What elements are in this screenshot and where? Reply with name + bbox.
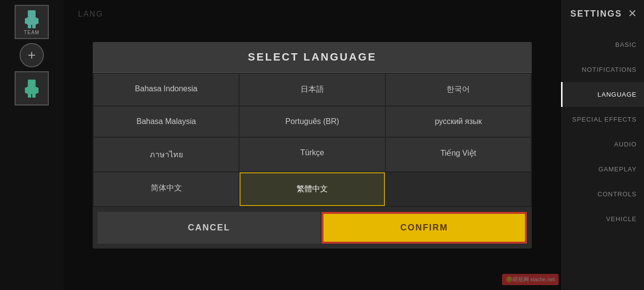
nav-item-special-effects[interactable]: SPECIAL EFFECTS	[561, 107, 644, 132]
svg-rect-3	[35, 18, 39, 24]
svg-rect-0	[28, 10, 36, 17]
confirm-button[interactable]: CONFIRM	[323, 214, 525, 242]
confirm-button-wrapper: CONFIRM	[322, 212, 527, 244]
nav-item-language[interactable]: LANGUAGE	[561, 82, 644, 107]
language-modal: SELECT LANGUAGE Bahasa Indonesia 日本語 한국어…	[93, 42, 532, 249]
nav-item-vehicle[interactable]: VEHICLE	[561, 207, 644, 231]
team-icon: TEAM	[15, 5, 49, 39]
language-grid: Bahasa Indonesia 日本語 한국어 Bahasa Malaysia…	[93, 73, 532, 207]
lang-option-portuguese[interactable]: Português (BR)	[240, 106, 384, 137]
nav-item-gameplay[interactable]: GAMEPLAY	[561, 157, 644, 182]
lang-cell-empty	[386, 172, 531, 206]
modal-header: SELECT LANGUAGE	[93, 42, 532, 73]
modal-overlay: SELECT LANGUAGE Bahasa Indonesia 日本語 한국어…	[63, 0, 561, 290]
lang-option-thai[interactable]: ภาษาไทย	[94, 138, 239, 171]
lang-option-simplified-chinese[interactable]: 简体中文	[94, 172, 239, 206]
svg-rect-9	[35, 87, 39, 93]
svg-rect-11	[32, 94, 36, 98]
modal-title: SELECT LANGUAGE	[248, 51, 377, 63]
svg-rect-8	[25, 87, 29, 93]
nav-item-controls[interactable]: CONTROLS	[561, 182, 644, 207]
left-sidebar: TEAM +	[0, 0, 63, 290]
add-team-button[interactable]: +	[20, 43, 44, 67]
lang-option-turkish[interactable]: Türkçe	[240, 138, 384, 171]
svg-rect-5	[32, 25, 36, 28]
svg-rect-4	[28, 25, 31, 28]
svg-rect-10	[28, 94, 31, 98]
nav-item-audio[interactable]: AUDIO	[561, 132, 644, 157]
nav-item-basic[interactable]: BASIC	[561, 32, 644, 57]
lang-option-korean[interactable]: 한국어	[386, 74, 531, 105]
lang-option-russian[interactable]: русский язык	[386, 106, 531, 137]
lang-option-bahasa-indonesia[interactable]: Bahasa Indonesia	[94, 74, 239, 105]
nav-item-notifications[interactable]: NOTIFICATIONS	[561, 57, 644, 82]
cancel-button[interactable]: CANCEL	[98, 212, 321, 244]
second-soldier-icon	[15, 71, 49, 105]
svg-rect-2	[25, 18, 29, 24]
lang-option-bahasa-malaysia[interactable]: Bahasa Malaysia	[94, 106, 239, 137]
modal-footer: CANCEL CONFIRM	[93, 207, 532, 249]
right-sidebar: SETTINGS ✕ BASIC NOTIFICATIONS LANGUAGE …	[561, 0, 644, 290]
lang-option-japanese[interactable]: 日本語	[240, 74, 384, 105]
team-label: TEAM	[24, 30, 40, 35]
soldier-icon	[22, 9, 41, 29]
svg-rect-6	[28, 80, 36, 86]
settings-title: SETTINGS	[570, 9, 622, 19]
nav-menu: BASIC NOTIFICATIONS LANGUAGE SPECIAL EFF…	[561, 32, 644, 231]
lang-option-vietnamese[interactable]: Tiếng Việt	[386, 138, 531, 171]
close-button[interactable]: ✕	[628, 7, 637, 20]
lang-option-traditional-chinese[interactable]: 繁體中文	[240, 172, 384, 206]
settings-header: SETTINGS ✕	[561, 0, 644, 27]
